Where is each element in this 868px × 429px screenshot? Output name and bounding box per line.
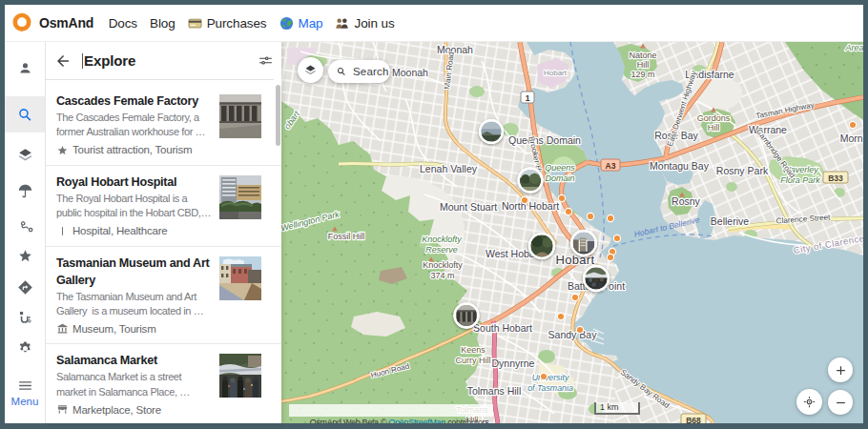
- photo-marker-city[interactable]: [570, 230, 597, 256]
- openstreetmap-link[interactable]: OpenStreetMap: [389, 418, 445, 423]
- map-label: Knocklofty: [423, 260, 463, 270]
- people-icon: [335, 16, 349, 31]
- map-label: Bellerive: [711, 215, 749, 227]
- list-item-salamanca-market[interactable]: Salamanca Market Salamanca Market is a s…: [46, 344, 281, 423]
- poi-dot[interactable]: [587, 213, 593, 219]
- list-item-royal-hobart-hospital[interactable]: Royal Hobart Hospital The Royal Hobart H…: [46, 166, 281, 247]
- explore-card-list: Cascades Female Factory The Cascades Fem…: [46, 80, 281, 423]
- map-label: Area: [844, 43, 863, 52]
- poi-dot[interactable]: [565, 208, 571, 214]
- nav-map[interactable]: Map: [279, 16, 323, 31]
- card-category: Hospital, Healthcare: [56, 225, 214, 237]
- map-label: Queens Domain: [508, 134, 581, 146]
- sidebar-item-account[interactable]: [5, 52, 45, 83]
- hospital-icon: [56, 225, 69, 237]
- nav-blog[interactable]: Blog: [150, 16, 176, 31]
- poi-dot[interactable]: [558, 194, 565, 201]
- map-label: Tolmans Hill: [467, 385, 522, 397]
- zoom-out-button[interactable]: [828, 390, 853, 415]
- umbrella-icon: [16, 182, 34, 200]
- search-icon: [16, 106, 34, 124]
- card-title: Tasmanian Museum and Art Gallery: [56, 255, 214, 289]
- map-attribution: OsmAnd Web Beta © OpenStreetMap contribu…: [289, 404, 493, 417]
- market-icon: [56, 403, 69, 416]
- star-icon: [56, 144, 69, 156]
- plan-route-icon: [16, 308, 34, 326]
- zoom-in-button[interactable]: [828, 358, 853, 382]
- map-label: Gordons: [697, 113, 731, 123]
- nav-join-us[interactable]: Join us: [335, 16, 394, 31]
- explore-title[interactable]: Explore: [84, 52, 135, 69]
- globe-icon: [279, 16, 294, 31]
- list-item-cascades-female-factory[interactable]: Cascades Female Factory The Cascades Fem…: [46, 85, 281, 166]
- photo-marker-park[interactable]: [518, 168, 544, 194]
- map-label: Keens: [461, 345, 486, 355]
- card-title: Royal Hobart Hospital: [56, 174, 214, 191]
- back-arrow-icon: [54, 52, 72, 70]
- locate-button[interactable]: [796, 389, 822, 415]
- map-label: Queens: [545, 163, 575, 173]
- sidebar-item-settings[interactable]: [5, 333, 45, 363]
- map-label: Flora Park: [780, 175, 820, 185]
- sidebar-item-layers[interactable]: [5, 139, 45, 170]
- map-label: Hobart: [544, 69, 568, 77]
- poi-dot[interactable]: [607, 254, 613, 260]
- sidebar-item-plan-route[interactable]: [5, 301, 45, 332]
- map-label: North Hobart: [502, 200, 559, 212]
- card-description: The Tasmanian Museum and Art Gallery is …: [56, 290, 214, 319]
- panel-scrollbar[interactable]: [276, 85, 280, 146]
- poi-dot[interactable]: [521, 196, 527, 203]
- photo-marker-vista[interactable]: [479, 119, 504, 144]
- map-label: Mount Stuart: [440, 201, 497, 213]
- poi-dot[interactable]: [607, 214, 613, 221]
- card-thumbnail: [219, 94, 261, 138]
- poi-dot[interactable]: [540, 373, 547, 379]
- poi-dot[interactable]: [849, 121, 856, 128]
- svg-text:1: 1: [526, 93, 530, 103]
- map-search-button[interactable]: Search: [328, 60, 390, 83]
- sidebar-item-navigation[interactable]: [5, 272, 45, 302]
- poi-dot[interactable]: [576, 326, 583, 333]
- map-label: Moonah: [392, 67, 428, 78]
- map-label: Curry Hill: [456, 356, 491, 365]
- list-item-tasmanian-museum[interactable]: Tasmanian Museum and Art Gallery The Tas…: [46, 247, 281, 345]
- card-title: Salamanca Market: [56, 352, 214, 369]
- text-caret: [82, 53, 83, 69]
- brand-name: OsmAnd: [39, 15, 93, 31]
- map-label: of Tasmania: [527, 383, 573, 393]
- back-button[interactable]: [51, 49, 75, 73]
- tune-icon: [258, 52, 274, 69]
- map-canvas[interactable]: MoonahMoonahLenah ValleyMount StuartNort…: [281, 42, 863, 423]
- sidebar-item-search[interactable]: [5, 96, 45, 133]
- osmand-brand[interactable]: OsmAnd: [11, 12, 93, 33]
- nav-docs[interactable]: Docs: [109, 16, 137, 31]
- card-description: The Cascades Female Factory, a former Au…: [56, 111, 214, 140]
- layers-icon: [16, 146, 34, 164]
- map-label: Warrane: [749, 124, 787, 135]
- filter-button[interactable]: [253, 49, 278, 73]
- photo-marker-mono[interactable]: [454, 303, 480, 329]
- sidebar-item-tracks[interactable]: [5, 212, 45, 242]
- photo-marker-trees[interactable]: [528, 233, 555, 259]
- svg-text:A3: A3: [606, 161, 616, 171]
- museum-icon: [56, 322, 69, 335]
- map-layers-button[interactable]: [298, 57, 323, 83]
- poi-dot[interactable]: [571, 294, 578, 300]
- poi-dot[interactable]: [613, 235, 620, 241]
- credit-card-icon: [188, 16, 202, 31]
- photo-marker-crowd[interactable]: [583, 265, 610, 292]
- map-label: Hill: [708, 123, 720, 133]
- map-label: South Hobart: [473, 322, 532, 334]
- svg-text:B33: B33: [828, 174, 843, 183]
- map-label: Montagu Bay: [650, 160, 710, 172]
- sidebar-item-favorites[interactable]: [5, 240, 45, 271]
- map-label: Hill: [637, 60, 650, 70]
- sidebar-item-weather[interactable]: [5, 175, 45, 206]
- top-navbar: OsmAnd Docs Blog Purchases Map: [5, 5, 863, 42]
- gear-icon: [16, 339, 34, 358]
- poi-dot[interactable]: [557, 313, 564, 319]
- search-icon: [336, 66, 347, 77]
- card-thumbnail: [219, 175, 261, 219]
- sidebar-menu-button[interactable]: Menu: [5, 377, 45, 407]
- nav-purchases[interactable]: Purchases: [188, 16, 267, 31]
